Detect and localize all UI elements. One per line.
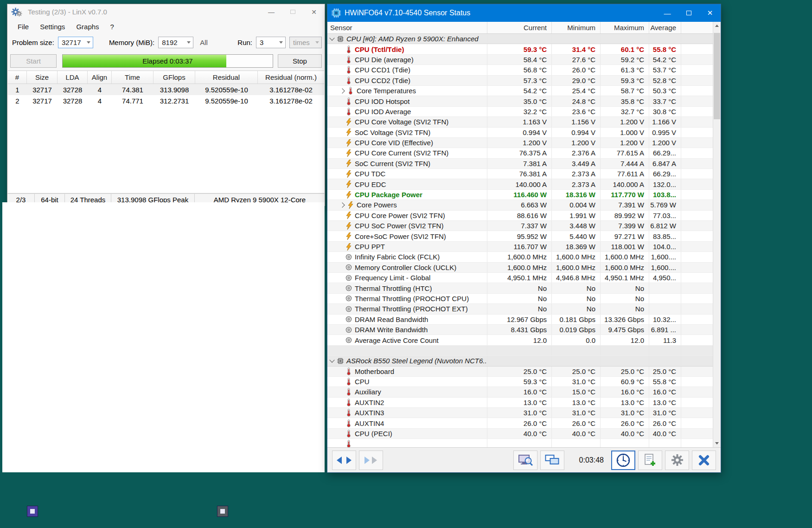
col-header-gflops[interactable]: GFlops bbox=[153, 71, 195, 84]
vertical-scrollbar[interactable] bbox=[713, 22, 721, 447]
sensor-row[interactable]: CPU TDC76.381 A2.373 A77.611 A66.29... bbox=[327, 169, 713, 179]
scroll-up-icon[interactable] bbox=[713, 22, 721, 30]
sensor-group-row[interactable]: CPU [#0]: AMD Ryzen 9 5900X: Enhanced bbox=[327, 34, 713, 44]
sensor-row[interactable]: DRAM Write Bandwidth8.431 Gbps0.019 Gbps… bbox=[327, 325, 713, 335]
minimize-icon[interactable]: — bbox=[261, 4, 282, 20]
hwinfo-titlebar[interactable]: HWiNFO64 v7.10-4540 Sensor Status — ✕ bbox=[327, 4, 721, 22]
col-header-average[interactable]: Average bbox=[649, 22, 681, 33]
col-header-residual[interactable]: Residual bbox=[195, 71, 258, 84]
thermometer-icon bbox=[345, 430, 352, 438]
sensor-row[interactable]: SoC Current (SVI2 TFN)7.381 A3.449 A7.44… bbox=[327, 159, 713, 169]
stop-button[interactable]: Stop bbox=[278, 54, 322, 68]
problem-size-label: Problem size: bbox=[12, 39, 54, 46]
start-button[interactable]: Start bbox=[10, 54, 57, 68]
maximize-icon[interactable] bbox=[678, 4, 699, 22]
sensor-row[interactable]: Memory Controller Clock (UCLK)1,600.0 MH… bbox=[327, 263, 713, 273]
sensor-row[interactable]: CPU SoC Power (SVI2 TFN)7.337 W3.448 W7.… bbox=[327, 221, 713, 231]
chevron-right-icon[interactable] bbox=[339, 202, 345, 207]
sensor-row[interactable]: Thermal Throttling (PROCHOT CPU)NoNoNo bbox=[327, 294, 713, 304]
sensor-row[interactable]: CPU CCD1 (Tdie)56.8 °C26.0 °C61.3 °C53.7… bbox=[327, 65, 713, 75]
memory-select[interactable]: 8192 bbox=[158, 37, 193, 48]
col-header-maximum[interactable]: Maximum bbox=[600, 22, 649, 33]
sensor-minimum-value: 31.0 °C bbox=[551, 408, 600, 418]
col-header-residual-norm[interactable]: Residual (norm.) bbox=[258, 71, 324, 84]
arrows-right-button[interactable] bbox=[359, 451, 383, 470]
col-header-time[interactable]: Time bbox=[112, 71, 153, 84]
chevron-down-icon[interactable] bbox=[329, 358, 334, 363]
menu-settings[interactable]: Settings bbox=[34, 21, 70, 32]
sensor-row[interactable]: CPU Die (average)58.4 °C27.6 °C59.2 °C54… bbox=[327, 55, 713, 65]
sensor-label-cell: Core+SoC Power (SVI2 TFN) bbox=[327, 231, 487, 241]
sensor-average-value: 11.3 bbox=[649, 335, 681, 345]
sensor-row[interactable]: AUXTIN426.0 °C26.0 °C26.0 °C26.0 °C bbox=[327, 418, 713, 428]
sensor-row[interactable]: AUXTIN213.0 °C13.0 °C13.0 °C13.0 °C bbox=[327, 398, 713, 408]
chevron-down-icon[interactable] bbox=[329, 36, 334, 41]
arrows-left-right-button[interactable] bbox=[332, 451, 356, 470]
menu-file[interactable]: File bbox=[12, 21, 34, 32]
run-count-select[interactable]: 3 bbox=[256, 37, 286, 48]
sensor-group-row[interactable]: ASRock B550 Steel Legend (Nuvoton NCT6..… bbox=[327, 356, 713, 366]
problem-size-select[interactable]: 32717 bbox=[58, 37, 93, 48]
sensor-name: CPU (PECI) bbox=[355, 430, 392, 438]
col-header-num[interactable]: # bbox=[8, 71, 27, 84]
sensor-row[interactable]: Average Active Core Count12.00.012.011.3 bbox=[327, 335, 713, 345]
taskbar-icon-2[interactable] bbox=[217, 506, 228, 517]
close-icon[interactable]: ✕ bbox=[303, 4, 325, 20]
sensor-row[interactable]: Thermal Throttling (HTC)NoNoNo bbox=[327, 283, 713, 293]
sensor-row[interactable]: CPU PPT116.707 W18.369 W118.001 W104.0..… bbox=[327, 242, 713, 252]
sensor-name: Frequency Limit - Global bbox=[355, 274, 430, 282]
thermometer-icon bbox=[345, 45, 352, 53]
settings-button[interactable] bbox=[665, 451, 689, 470]
logging-button[interactable] bbox=[638, 451, 662, 470]
close-icon[interactable]: ✕ bbox=[699, 4, 721, 22]
result-row-1[interactable]: 1 32717 32728 4 74.381 313.9098 9.520559… bbox=[8, 84, 324, 95]
sensor-row[interactable]: CPU Core Voltage (SVI2 TFN)1.163 V1.156 … bbox=[327, 117, 713, 127]
reset-clock-button[interactable] bbox=[611, 451, 635, 470]
menu-help[interactable]: ? bbox=[105, 21, 120, 32]
sensor-maximum-value: No bbox=[600, 294, 649, 303]
sensor-row[interactable]: CPU CCD2 (Tdie)57.3 °C29.0 °C59.3 °C52.8… bbox=[327, 76, 713, 86]
screenshot-button[interactable] bbox=[513, 451, 537, 470]
maximize-icon[interactable] bbox=[282, 4, 303, 20]
sensor-row[interactable]: Frequency Limit - Global4,950.1 MHz4,946… bbox=[327, 273, 713, 283]
scrollbar-thumb[interactable] bbox=[714, 33, 720, 119]
col-header-sensor[interactable]: Sensor bbox=[327, 22, 487, 33]
col-header-lda[interactable]: LDA bbox=[58, 71, 88, 84]
sensor-row[interactable]: CPU Core Power (SVI2 TFN)88.616 W1.991 W… bbox=[327, 211, 713, 221]
col-header-current[interactable]: Current bbox=[487, 22, 551, 33]
scroll-down-icon[interactable] bbox=[713, 439, 721, 447]
all-label[interactable]: All bbox=[200, 39, 208, 46]
sensor-row[interactable]: CPU IOD Average32.2 °C23.6 °C32.7 °C30.8… bbox=[327, 107, 713, 117]
minimize-icon[interactable]: — bbox=[657, 4, 678, 22]
sensor-row[interactable]: Motherboard25.0 °C25.0 °C25.0 °C25.0 °C bbox=[327, 367, 713, 377]
taskbar-icon-1[interactable] bbox=[27, 506, 38, 517]
sensor-row[interactable]: Core Temperatures54.2 °C25.4 °C58.7 °C50… bbox=[327, 86, 713, 96]
sensor-row[interactable]: SoC Voltage (SVI2 TFN)0.994 V0.994 V1.00… bbox=[327, 128, 713, 138]
sensor-row[interactable]: CPU Core Current (SVI2 TFN)76.375 A2.376… bbox=[327, 148, 713, 158]
sensor-row[interactable]: Core Powers6.663 W0.004 W7.391 W5.769 W bbox=[327, 200, 713, 210]
sensor-row[interactable]: Infinity Fabric Clock (FCLK)1,600.0 MHz1… bbox=[327, 252, 713, 262]
sensor-row[interactable]: Auxiliary16.0 °C15.0 °C16.0 °C16.0 °C bbox=[327, 387, 713, 397]
sensor-row[interactable]: CPU (PECI)40.0 °C40.0 °C40.0 °C40.0 °C bbox=[327, 429, 713, 439]
sensor-current-value: 59.3 °C bbox=[487, 44, 551, 54]
linx-titlebar[interactable]: Testing (2/3) - LinX v0.7.0 — ✕ bbox=[7, 4, 325, 20]
sensor-row[interactable]: CPU EDC140.000 A2.373 A140.000 A132.0... bbox=[327, 179, 713, 189]
close-sensors-button[interactable] bbox=[692, 451, 716, 470]
sensor-row[interactable]: CPU (Tctl/Tdie)59.3 °C31.4 °C60.1 °C55.8… bbox=[327, 44, 713, 54]
chevron-right-icon[interactable] bbox=[339, 88, 345, 93]
col-header-size[interactable]: Size bbox=[27, 71, 58, 84]
sensor-row[interactable]: Core+SoC Power (SVI2 TFN)95.952 W5.440 W… bbox=[327, 231, 713, 241]
remote-monitor-button[interactable] bbox=[540, 451, 564, 470]
sensor-row[interactable]: CPU Package Power116.460 W18.316 W117.77… bbox=[327, 190, 713, 200]
sensor-row[interactable]: CPU Core VID (Effective)1.200 V1.200 V1.… bbox=[327, 138, 713, 148]
sensor-row[interactable]: AUXTIN331.0 °C31.0 °C31.0 °C31.0 °C bbox=[327, 408, 713, 418]
sensor-row[interactable]: CPU59.3 °C31.0 °C60.9 °C55.8 °C bbox=[327, 377, 713, 387]
result-row-2[interactable]: 2 32717 32728 4 74.771 312.2731 9.520559… bbox=[8, 95, 324, 106]
col-header-align[interactable]: Align bbox=[88, 71, 112, 84]
sensor-row[interactable]: DRAM Read Bandwidth12.967 Gbps0.181 Gbps… bbox=[327, 315, 713, 325]
sensor-row[interactable]: CPU IOD Hotspot35.0 °C24.8 °C35.8 °C33.7… bbox=[327, 96, 713, 106]
col-header-minimum[interactable]: Minimum bbox=[551, 22, 600, 33]
menu-graphs[interactable]: Graphs bbox=[70, 21, 104, 32]
sensor-row[interactable]: Thermal Throttling (PROCHOT EXT)NoNoNo bbox=[327, 304, 713, 314]
sensor-row[interactable] bbox=[327, 439, 713, 447]
